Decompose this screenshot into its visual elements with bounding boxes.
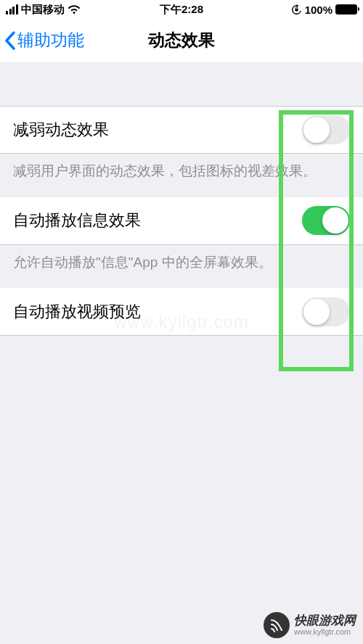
cell-label-autoplay-message-effects: 自动播放信息效果 xyxy=(13,210,141,231)
watermark-sub: www.kyllgtr.com xyxy=(294,628,356,636)
status-time: 下午2:28 xyxy=(160,3,203,17)
footer-autoplay-message-effects: 允许自动播放"信息"App 中的全屏幕效果。 xyxy=(0,245,363,289)
toggle-reduce-motion[interactable] xyxy=(302,115,350,144)
settings-list: 减弱动态效果 减弱用户界面的动态效果，包括图标的视差效果。 自动播放信息效果 允… xyxy=(0,62,363,336)
cell-label-autoplay-video-previews: 自动播放视频预览 xyxy=(13,301,141,323)
cell-label-reduce-motion: 减弱动态效果 xyxy=(13,119,109,141)
orientation-lock-icon xyxy=(291,4,302,15)
back-label: 辅助功能 xyxy=(17,29,84,51)
page-title: 动态效果 xyxy=(148,29,215,51)
cell-autoplay-message-effects: 自动播放信息效果 xyxy=(0,197,363,245)
wifi-icon xyxy=(68,4,81,15)
cellular-signal-icon xyxy=(6,4,18,15)
chevron-left-icon xyxy=(4,31,16,50)
carrier-label: 中国移动 xyxy=(21,3,65,17)
nav-bar: 辅助功能 动态效果 xyxy=(0,19,363,62)
watermark-logo-icon xyxy=(264,612,290,638)
back-button[interactable]: 辅助功能 xyxy=(0,29,84,51)
status-left: 中国移动 xyxy=(6,3,81,17)
svg-rect-0 xyxy=(295,9,298,12)
toggle-autoplay-message-effects[interactable] xyxy=(302,206,350,235)
source-watermark: 快眼游戏网 www.kyllgtr.com xyxy=(264,612,356,638)
toggle-autoplay-video-previews[interactable] xyxy=(302,297,350,326)
footer-reduce-motion: 减弱用户界面的动态效果，包括图标的视差效果。 xyxy=(0,154,363,197)
cell-autoplay-video-previews: 自动播放视频预览 xyxy=(0,288,363,336)
battery-percent: 100% xyxy=(305,4,333,16)
watermark-title: 快眼游戏网 xyxy=(294,614,356,627)
status-right: 100% xyxy=(291,4,357,16)
cell-reduce-motion: 减弱动态效果 xyxy=(0,106,363,154)
battery-icon xyxy=(335,4,357,15)
status-bar: 中国移动 下午2:28 100% xyxy=(0,0,363,19)
